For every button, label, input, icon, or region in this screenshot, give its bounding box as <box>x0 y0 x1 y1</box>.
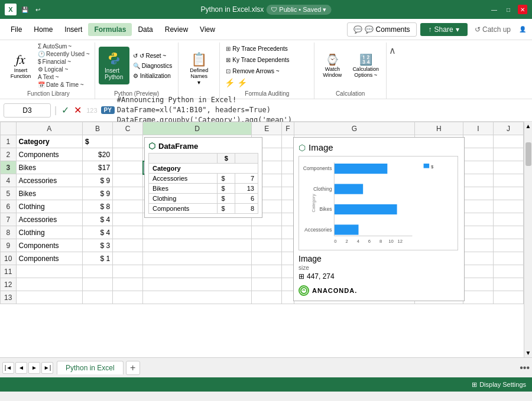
cell-c13[interactable] <box>113 291 143 304</box>
close-button[interactable]: ✕ <box>518 5 527 14</box>
comments-button[interactable]: 💬 💬 Comments <box>347 22 416 37</box>
cell-b10[interactable]: $ 1 <box>82 252 112 265</box>
tab-last-button[interactable]: ►| <box>41 362 53 374</box>
display-settings-button[interactable]: ⊞ Display Settings <box>472 381 526 389</box>
cell-i12[interactable] <box>463 278 493 291</box>
cell-d11[interactable] <box>143 265 252 278</box>
cell-a8[interactable]: Clothing <box>16 226 82 239</box>
cell-i3[interactable] <box>463 161 493 174</box>
cell-b11[interactable] <box>82 265 112 278</box>
menu-review[interactable]: Review <box>159 23 194 36</box>
initialization-button[interactable]: ⚙ Initialization <box>131 71 175 80</box>
insert-function-button[interactable]: 𝑓𝑥 InsertFunction <box>6 50 35 81</box>
cell-c4[interactable] <box>113 174 143 187</box>
col-header-b[interactable]: B <box>82 122 112 135</box>
cell-j5[interactable] <box>493 187 523 200</box>
cell-a2[interactable]: Components <box>16 148 82 161</box>
cell-e8[interactable] <box>252 226 282 239</box>
cell-reference-box[interactable] <box>4 103 51 118</box>
col-header-c[interactable]: C <box>113 122 143 135</box>
col-header-j[interactable]: J <box>493 122 523 135</box>
cell-c2[interactable] <box>113 148 143 161</box>
vertical-scrollbar[interactable]: ▲ ▼ <box>524 122 532 357</box>
datetime-button[interactable]: 📅 Date & Time ~ <box>37 81 91 89</box>
cell-j4[interactable] <box>493 174 523 187</box>
cell-i8[interactable] <box>463 226 493 239</box>
cell-c9[interactable] <box>113 239 143 252</box>
cell-c1[interactable] <box>113 135 143 148</box>
error-check-icon[interactable]: ⚡ <box>225 78 235 87</box>
financial-button[interactable]: $ Financial ~ <box>37 58 91 66</box>
menu-file[interactable]: File <box>5 23 28 36</box>
cell-c5[interactable] <box>113 187 143 200</box>
add-sheet-button[interactable]: + <box>126 361 140 375</box>
scroll-thumb[interactable] <box>525 142 531 166</box>
cell-b6[interactable]: $ 8 <box>82 200 112 213</box>
tab-prev-button[interactable]: ◄ <box>15 362 27 374</box>
tab-first-button[interactable]: |◄ <box>2 362 14 374</box>
cell-d13[interactable] <box>143 291 252 304</box>
cell-c11[interactable] <box>113 265 143 278</box>
formula-text[interactable]: #Announcing Python in Excel! DataFrame=x… <box>117 95 528 125</box>
cell-i9[interactable] <box>463 239 493 252</box>
cell-b4[interactable]: $ 9 <box>82 174 112 187</box>
cell-j12[interactable] <box>493 278 523 291</box>
cell-d8[interactable] <box>143 226 252 239</box>
cell-b12[interactable] <box>82 278 112 291</box>
quick-save-icon[interactable]: 💾 <box>20 5 30 14</box>
catchup-button[interactable]: ↺ Catch up <box>471 23 514 36</box>
defined-names-button[interactable]: 📋 DefinedNames ▾ <box>185 50 213 88</box>
recently-used-button[interactable]: 🕐 Recently Used ~ <box>37 50 91 58</box>
tab-options-button[interactable]: ••• <box>520 363 530 373</box>
cell-e9[interactable] <box>252 239 282 252</box>
cell-b2[interactable]: $20 <box>82 148 112 161</box>
cell-d10[interactable] <box>143 252 252 265</box>
diagnostics-button[interactable]: 🔍 Diagnostics <box>131 61 175 70</box>
remove-arrows-button[interactable]: ⊡ Remove Arrows ~ <box>223 67 281 76</box>
menu-home[interactable]: Home <box>28 23 59 36</box>
cell-c7[interactable] <box>113 213 143 226</box>
menu-insert[interactable]: Insert <box>59 23 88 36</box>
cell-e10[interactable] <box>252 252 282 265</box>
menu-data[interactable]: Data <box>132 23 158 36</box>
cell-i4[interactable] <box>463 174 493 187</box>
cell-j1[interactable] <box>493 135 523 148</box>
cell-c6[interactable] <box>113 200 143 213</box>
cell-j6[interactable] <box>493 200 523 213</box>
cell-i1[interactable] <box>463 135 493 148</box>
account-icon[interactable]: 👤 <box>518 25 527 34</box>
cell-c8[interactable] <box>113 226 143 239</box>
cell-j9[interactable] <box>493 239 523 252</box>
ribbon-collapse[interactable]: ∧ <box>387 43 398 99</box>
cell-i2[interactable] <box>463 148 493 161</box>
cell-d12[interactable] <box>143 278 252 291</box>
cell-b7[interactable]: $ 4 <box>82 213 112 226</box>
cell-c10[interactable] <box>113 252 143 265</box>
cell-i6[interactable] <box>463 200 493 213</box>
cell-j8[interactable] <box>493 226 523 239</box>
minimize-button[interactable]: — <box>489 5 499 14</box>
menu-formulas[interactable]: Formulas <box>88 23 132 36</box>
check-icon[interactable]: ✓ <box>60 105 70 116</box>
share-button[interactable]: ↑ Share ▾ <box>420 23 468 36</box>
cell-e13[interactable] <box>252 291 282 304</box>
cell-i5[interactable] <box>463 187 493 200</box>
trace-dependents-button[interactable]: ⊠ Ky Trace Dependents <box>223 56 291 64</box>
col-header-i[interactable]: I <box>463 122 493 135</box>
cell-i7[interactable] <box>463 213 493 226</box>
tab-next-button[interactable]: ► <box>28 362 40 374</box>
col-header-d[interactable]: D <box>143 122 252 135</box>
cell-b13[interactable] <box>82 291 112 304</box>
cancel-icon[interactable]: ✕ <box>73 105 83 116</box>
cell-j2[interactable] <box>493 148 523 161</box>
cell-d9[interactable] <box>143 239 252 252</box>
cell-b1[interactable]: $ <box>82 135 112 148</box>
scroll-up-button[interactable]: ▲ <box>524 122 532 131</box>
autosum-button[interactable]: Σ AutoSum ~ <box>37 43 91 50</box>
cell-a1[interactable]: Category <box>16 135 82 148</box>
calc-options-button[interactable]: 🔢 CalculationOptions ~ <box>349 51 382 80</box>
cell-a4[interactable]: Accessories <box>16 174 82 187</box>
reset-button[interactable]: ↺ ↺ Reset ~ <box>131 51 175 60</box>
cell-j7[interactable] <box>493 213 523 226</box>
watch-window-button[interactable]: ⌚ WatchWindow <box>318 51 346 80</box>
